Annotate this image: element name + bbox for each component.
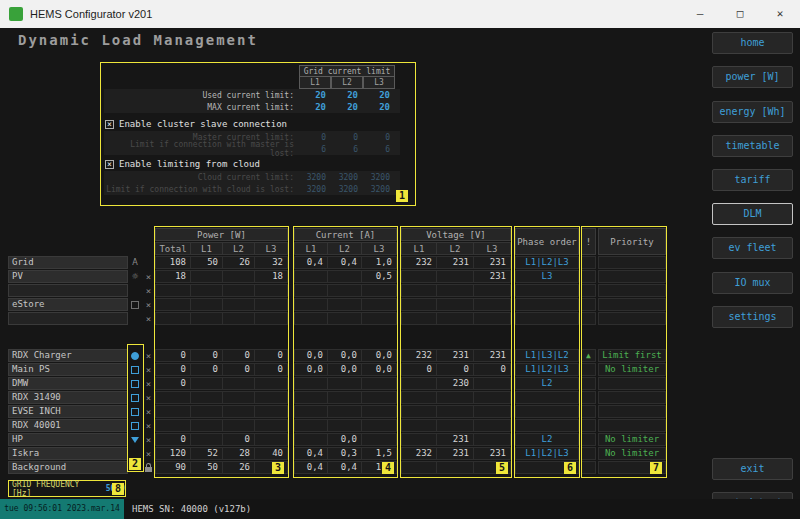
clear-icon[interactable]: × xyxy=(142,433,155,446)
sidebar-item-ev-fleet[interactable]: ev fleet xyxy=(712,237,793,259)
clear-icon[interactable]: × xyxy=(142,270,155,283)
clear-icon[interactable]: × xyxy=(142,363,155,376)
cell-power-3: 0 xyxy=(255,363,288,376)
col-voltage-l1: L1 xyxy=(401,242,437,255)
clear-icon[interactable]: × xyxy=(142,312,155,325)
used-limit-l3[interactable]: 20 xyxy=(363,90,395,100)
cell-priority[interactable]: Limit first xyxy=(598,349,666,362)
grid-frequency-label: GRID FREQUENCY [Hz] xyxy=(12,480,102,498)
row-label[interactable]: eStore xyxy=(8,298,128,311)
cell-priority xyxy=(598,298,666,311)
table-row-rdx-40001: RDX 40001× xyxy=(8,419,668,432)
maximize-icon[interactable]: □ xyxy=(720,0,760,28)
clear-icon[interactable]: × xyxy=(142,391,155,404)
check-icon[interactable] xyxy=(128,377,142,390)
cell-power-0: 0 xyxy=(155,433,191,446)
cell-priority[interactable]: No limiter xyxy=(598,447,666,460)
sidebar-item-energy[interactable]: energy [Wh] xyxy=(712,101,793,123)
cell-current-2: 1,0 xyxy=(362,256,397,269)
exit-button[interactable]: exit xyxy=(712,458,793,480)
cell-power-1 xyxy=(191,298,223,311)
cloud-lost-l1: 3200 xyxy=(299,185,331,194)
table-row-main-ps: Main PS×00000,00,00,0000L1|L2|L3No limit… xyxy=(8,363,668,376)
box-icon xyxy=(128,298,142,311)
clear-icon[interactable]: × xyxy=(142,349,155,362)
row-label[interactable]: HP xyxy=(8,433,128,446)
check-icon[interactable] xyxy=(128,363,142,376)
cell-current-0 xyxy=(294,405,328,418)
minimize-icon[interactable]: – xyxy=(680,0,720,28)
clear-icon[interactable]: × xyxy=(142,284,155,297)
cell-current-0 xyxy=(294,284,328,297)
cell-current-0 xyxy=(294,298,328,311)
cell-priority[interactable]: No limiter xyxy=(598,363,666,376)
cluster-slave-checkbox[interactable]: × xyxy=(105,120,114,129)
table-row-rdx-charger: RDX Charger×00000,00,00,0232231231L1|L3|… xyxy=(8,349,668,362)
sidebar-item-home[interactable]: home xyxy=(712,32,793,54)
row-label[interactable]: Background xyxy=(8,461,128,474)
row-label[interactable]: RDX 31490 xyxy=(8,391,128,404)
close-icon[interactable]: ✕ xyxy=(760,0,800,28)
tri-icon[interactable] xyxy=(128,433,142,446)
sidebar-item-io-mux[interactable]: IO mux xyxy=(712,272,793,294)
sidebar-item-dlm[interactable]: DLM xyxy=(712,203,793,225)
phase-col-l2: L2 xyxy=(331,77,363,89)
row-label[interactable]: DMW xyxy=(8,377,128,390)
x-col-empty xyxy=(142,256,155,269)
sidebar-item-power[interactable]: power [W] xyxy=(712,66,793,88)
clear-icon[interactable]: × xyxy=(142,419,155,432)
cell-phase-order xyxy=(515,298,579,311)
cell-power-2: 26 xyxy=(223,461,255,474)
col-current-l1: L1 xyxy=(294,242,328,255)
row-label[interactable]: EVSE INCH xyxy=(8,405,128,418)
cloud-limiting-checkbox[interactable]: × xyxy=(105,160,114,169)
cell-power-1: 0 xyxy=(191,363,223,376)
used-limit-l2[interactable]: 20 xyxy=(331,90,363,100)
check-icon[interactable] xyxy=(128,419,142,432)
cell-phase-order: L1|L2|L3 xyxy=(515,447,579,460)
radio-icon[interactable] xyxy=(128,349,142,362)
check-icon[interactable] xyxy=(128,405,142,418)
check-icon[interactable] xyxy=(128,391,142,404)
cell-voltage-1 xyxy=(437,312,474,325)
cell-power-1 xyxy=(191,312,223,325)
cell-priority[interactable]: No limiter xyxy=(598,433,666,446)
cell-power-2 xyxy=(223,377,255,390)
cell-priority xyxy=(598,405,666,418)
cell-voltage-2: 0 xyxy=(474,363,511,376)
row-label[interactable]: Grid xyxy=(8,256,128,269)
warning-icon: ▲ xyxy=(581,349,596,362)
cell-power-3 xyxy=(255,405,288,418)
max-limit-l1[interactable]: 20 xyxy=(299,102,331,112)
cell-voltage-1: 0 xyxy=(437,363,474,376)
max-limit-l2[interactable]: 20 xyxy=(331,102,363,112)
cloud-limit-l2: 3200 xyxy=(331,173,363,182)
sidebar-item-timetable[interactable]: timetable xyxy=(712,135,793,157)
row-label[interactable]: PV xyxy=(8,270,128,283)
table-row-grid: GridA1085026320,40,41,0232231231L1|L2|L3 xyxy=(8,256,668,269)
cloud-lost-l3: 3200 xyxy=(363,185,395,194)
clear-icon[interactable]: × xyxy=(142,405,155,418)
row-label[interactable]: RDX Charger xyxy=(8,349,128,362)
row-label[interactable]: RDX 40001 xyxy=(8,419,128,432)
cell-power-1: 52 xyxy=(191,447,223,460)
row-label[interactable]: Main PS xyxy=(8,363,128,376)
sidebar-item-tariff[interactable]: tariff xyxy=(712,169,793,191)
used-limit-row: Used current limit: 20 20 20 xyxy=(104,89,400,101)
clear-icon[interactable]: × xyxy=(142,298,155,311)
used-limit-l1[interactable]: 20 xyxy=(299,90,331,100)
cell-power-2: 0 xyxy=(223,349,255,362)
clear-icon[interactable]: × xyxy=(142,447,155,460)
max-limit-row: MAX current limit: 20 20 20 xyxy=(104,101,400,113)
row-label[interactable]: Iskra xyxy=(8,447,128,460)
cell-voltage-2 xyxy=(474,298,511,311)
cell-current-0 xyxy=(294,391,328,404)
cell-power-2 xyxy=(223,298,255,311)
sidebar-item-settings[interactable]: settings xyxy=(712,306,793,328)
col-power-l1: L1 xyxy=(191,242,223,255)
cell-power-2 xyxy=(223,391,255,404)
clear-icon[interactable]: × xyxy=(142,377,155,390)
max-limit-l3[interactable]: 20 xyxy=(363,102,395,112)
cell-power-0: 108 xyxy=(155,256,191,269)
cell-current-1 xyxy=(328,284,362,297)
